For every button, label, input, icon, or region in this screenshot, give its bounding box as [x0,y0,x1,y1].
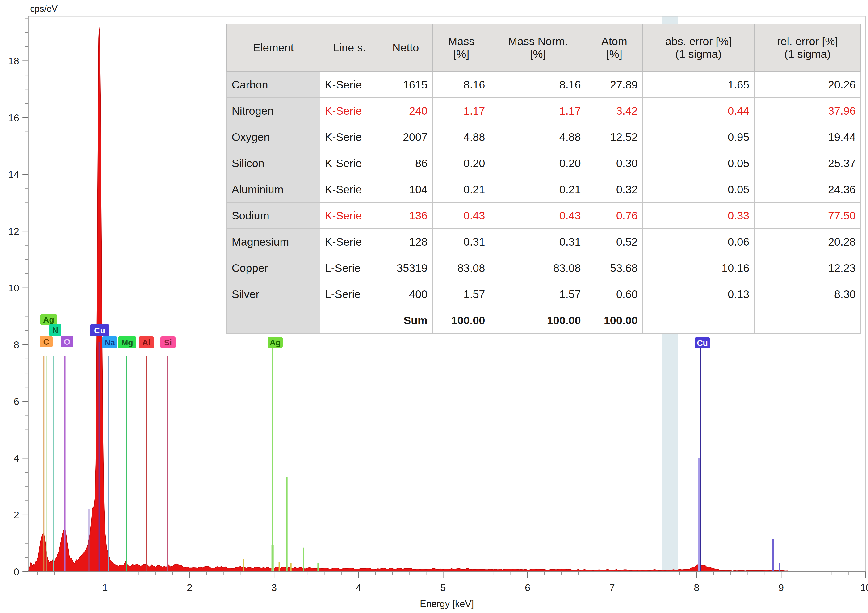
cell-atom: 100.00 [586,307,643,334]
y-tick-label: 8 [14,339,19,351]
cell-abs_err: 0.06 [643,229,754,255]
cell-mass: 1.57 [432,281,490,307]
table-body: CarbonK-Serie16158.168.1627.891.6520.26N… [227,71,861,334]
element-badge-na[interactable]: Na [102,337,117,348]
x-tick-label: 8 [694,582,699,593]
cell-mass: 100.00 [432,307,490,334]
table-row-carbon: CarbonK-Serie16158.168.1627.891.6520.26 [227,71,861,98]
marker-line-esc-1 [243,559,244,572]
marker-line-na-k [108,356,109,572]
element-badge-c[interactable]: C [40,336,53,347]
cell-abs_err: 0.13 [643,281,754,307]
cell-element: Silicon [227,150,320,176]
x-tick-label: 6 [525,582,530,593]
x-tick-label: 10 [860,582,868,593]
cell-netto: 2007 [379,124,432,150]
cell-line: K-Serie [320,229,379,255]
cell-mass: 0.20 [432,150,490,176]
cell-element: Copper [227,255,320,281]
y-axis-unit-label: cps/eV [30,4,57,14]
y-tick-label: 4 [14,453,19,464]
cell-rel_err: 37.96 [754,98,861,124]
cell-mass: 1.17 [432,98,490,124]
cell-abs_err: 0.95 [643,124,754,150]
y-tick-label: 0 [14,566,19,577]
cell-atom: 0.76 [586,202,643,229]
cell-atom: 0.60 [586,281,643,307]
x-tick-label: 1 [102,582,108,593]
x-tick-label: 7 [609,582,615,593]
cell-netto: 86 [379,150,432,176]
marker-line-cu-ka-base [698,458,700,572]
marker-line-o-k [64,356,65,572]
marker-line-cu-ll [89,509,90,572]
y-tick-label: 10 [9,282,19,293]
y-tick-label: 12 [9,226,19,237]
marker-line-cu-kb [772,539,774,572]
cell-atom: 0.52 [586,229,643,255]
cell-rel_err: 20.26 [754,71,861,98]
cell-atom: 12.52 [586,124,643,150]
cell-element: Magnesium [227,229,320,255]
element-badge-mg[interactable]: Mg [118,337,136,348]
cell-mass: 0.43 [432,202,490,229]
cell-netto: 136 [379,202,432,229]
element-badge-ag-l[interactable]: Ag [268,337,283,348]
cell-line: K-Serie [320,98,379,124]
column-header-mass_norm: Mass Norm. [%] [490,24,586,71]
element-badge-al[interactable]: Al [139,337,154,348]
cell-rel_err: 19.44 [754,124,861,150]
cell-mass: 8.16 [432,71,490,98]
cell-element: Nitrogen [227,98,320,124]
table-sum-row: Sum100.00100.00100.00 [227,307,861,334]
element-badge-ag-m[interactable]: Ag [40,314,57,325]
cell-element: Silver [227,281,320,307]
cell-rel_err: 77.50 [754,202,861,229]
cell-netto: 1615 [379,71,432,98]
cell-abs_err [643,307,754,334]
cell-mass_norm: 0.21 [490,176,586,202]
marker-line-ag-lg [317,563,319,572]
table-row-magnesium: MagnesiumK-Serie1280.310.310.520.0620.28 [227,229,861,255]
cell-line: K-Serie [320,176,379,202]
column-header-line: Line s. [320,24,379,71]
quantification-table: ElementLine s.NettoMass [%]Mass Norm. [%… [226,23,861,334]
cell-netto: 104 [379,176,432,202]
table-row-nitrogen: NitrogenK-Serie2401.171.173.420.4437.96 [227,98,861,124]
table-row-oxygen: OxygenK-Serie20074.884.8812.520.9519.44 [227,124,861,150]
cell-element: Aluminium [227,176,320,202]
element-badge-cu-l[interactable]: Cu [90,324,109,337]
element-badge-si[interactable]: Si [160,337,175,348]
element-badge-o[interactable]: O [60,336,73,347]
cell-mass_norm: 0.20 [490,150,586,176]
cell-rel_err: 20.28 [754,229,861,255]
marker-line-esc-2 [279,562,280,572]
cell-mass_norm: 100.00 [490,307,586,334]
cell-mass_norm: 1.57 [490,281,586,307]
cell-abs_err: 1.65 [643,71,754,98]
cell-line: K-Serie [320,124,379,150]
y-tick-label: 6 [14,396,19,407]
cell-mass_norm: 4.88 [490,124,586,150]
table-row-silicon: SiliconK-Serie860.200.200.300.0525.37 [227,150,861,176]
table-row-aluminium: AluminiumK-Serie1040.210.210.320.0524.36 [227,176,861,202]
cell-abs_err: 0.33 [643,202,754,229]
cell-rel_err: 25.37 [754,150,861,176]
cell-line: K-Serie [320,71,379,98]
cell-mass_norm: 0.43 [490,202,586,229]
element-badge-cu-k[interactable]: Cu [694,337,710,348]
element-badge-n[interactable]: N [49,324,61,336]
cell-rel_err: 24.36 [754,176,861,202]
cell-netto: 400 [379,281,432,307]
cell-netto: 128 [379,229,432,255]
marker-line-ag-lb [286,476,288,572]
cell-mass: 0.31 [432,229,490,255]
cell-netto: 240 [379,98,432,124]
table-row-copper: CopperL-Serie3531983.0883.0853.6810.1612… [227,255,861,281]
x-tick-label: 3 [271,582,277,593]
marker-line-ag-la [272,340,273,572]
x-axis-title: Energy [keV] [420,599,474,609]
column-header-netto: Netto [379,24,432,71]
marker-line-ag-lb2 [303,548,304,572]
column-header-mass: Mass [%] [432,24,490,71]
